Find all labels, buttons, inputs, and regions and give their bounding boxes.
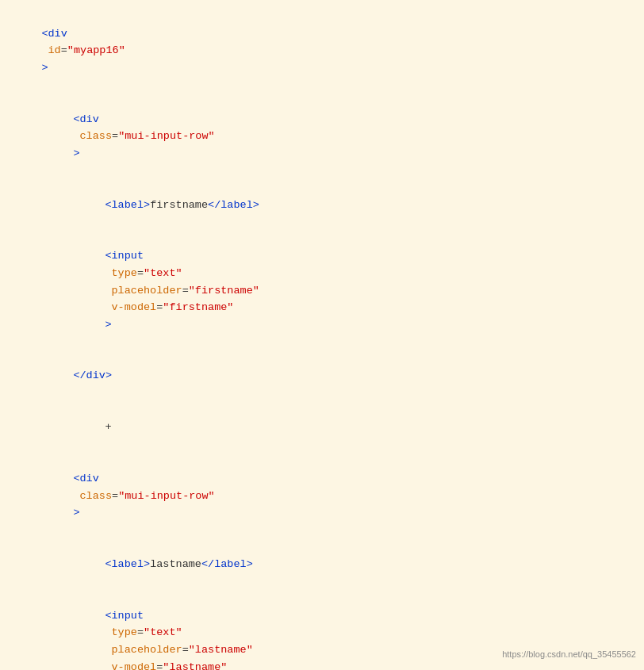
line-2: <div class="mui-input-row" > bbox=[16, 94, 628, 179]
line-6: + bbox=[16, 402, 628, 454]
line-1: <div id="myapp16" > bbox=[16, 8, 628, 94]
line-8: <label>lastname</label> bbox=[16, 538, 628, 590]
tag: <div bbox=[41, 28, 67, 40]
line-3: <label>firstname</label> bbox=[16, 179, 628, 231]
line-7: <div class="mui-input-row" > bbox=[16, 453, 628, 538]
line-5: </div> bbox=[16, 350, 628, 402]
attr-name: id bbox=[41, 44, 60, 56]
url-text: https://blog.csdn.net/qq_35455562 bbox=[502, 649, 636, 659]
url-bar: https://blog.csdn.net/qq_35455562 bbox=[502, 648, 636, 662]
code-area: <div id="myapp16" > <div class="mui-inpu… bbox=[0, 0, 644, 670]
line-4: <input type="text" placeholder="firstnam… bbox=[16, 231, 628, 350]
